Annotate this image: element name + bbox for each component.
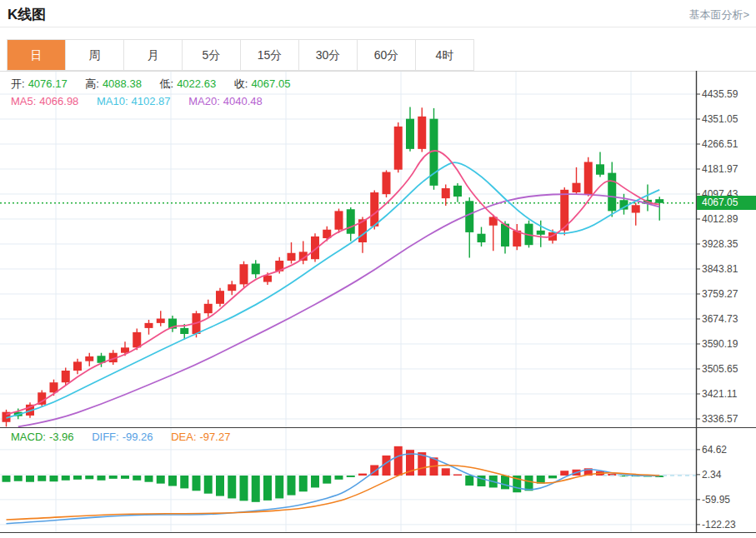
svg-text:-59.95: -59.95 bbox=[702, 494, 730, 506]
svg-text:3505.65: 3505.65 bbox=[702, 363, 738, 375]
svg-text:64.62: 64.62 bbox=[702, 444, 727, 456]
chart-container: 4435.594351.054266.514181.974097.434012.… bbox=[0, 71, 756, 538]
fundamental-analysis-link[interactable]: 基本面分析> bbox=[688, 7, 749, 22]
tab-4hour[interactable]: 4时 bbox=[416, 40, 473, 70]
svg-text:2.34: 2.34 bbox=[702, 469, 722, 481]
tab-15min[interactable]: 15分 bbox=[241, 40, 299, 70]
svg-text:3421.11: 3421.11 bbox=[702, 388, 738, 400]
tab-week[interactable]: 周 bbox=[66, 40, 124, 70]
kline-app: K线图 基本面分析> 日 周 月 5分 15分 30分 60分 4时 4435.… bbox=[0, 0, 756, 538]
svg-text:4435.59: 4435.59 bbox=[702, 88, 738, 100]
last-price-badge: 4067.05 bbox=[697, 196, 756, 210]
svg-text:4181.97: 4181.97 bbox=[702, 163, 738, 175]
svg-text:3336.57: 3336.57 bbox=[702, 413, 738, 425]
page-title: K线图 bbox=[8, 5, 46, 24]
svg-text:4351.05: 4351.05 bbox=[702, 113, 738, 125]
svg-text:3843.81: 3843.81 bbox=[702, 263, 738, 275]
tab-month[interactable]: 月 bbox=[124, 40, 183, 70]
svg-text:3674.73: 3674.73 bbox=[702, 313, 738, 325]
tab-5min[interactable]: 5分 bbox=[183, 40, 241, 70]
svg-text:4266.51: 4266.51 bbox=[702, 138, 738, 150]
svg-text:-122.23: -122.23 bbox=[702, 519, 736, 531]
svg-text:3759.27: 3759.27 bbox=[702, 288, 738, 300]
svg-text:3590.19: 3590.19 bbox=[702, 338, 738, 350]
svg-text:3928.35: 3928.35 bbox=[702, 238, 738, 250]
tab-30min[interactable]: 30分 bbox=[299, 40, 358, 70]
period-tabs: 日 周 月 5分 15分 30分 60分 4时 bbox=[7, 39, 474, 71]
kline-chart[interactable]: 4435.594351.054266.514181.974097.434012.… bbox=[0, 71, 756, 538]
tab-day[interactable]: 日 bbox=[8, 40, 66, 70]
tab-60min[interactable]: 60分 bbox=[358, 40, 416, 70]
title-bar: K线图 基本面分析> bbox=[0, 0, 756, 27]
svg-text:4012.89: 4012.89 bbox=[702, 213, 738, 225]
